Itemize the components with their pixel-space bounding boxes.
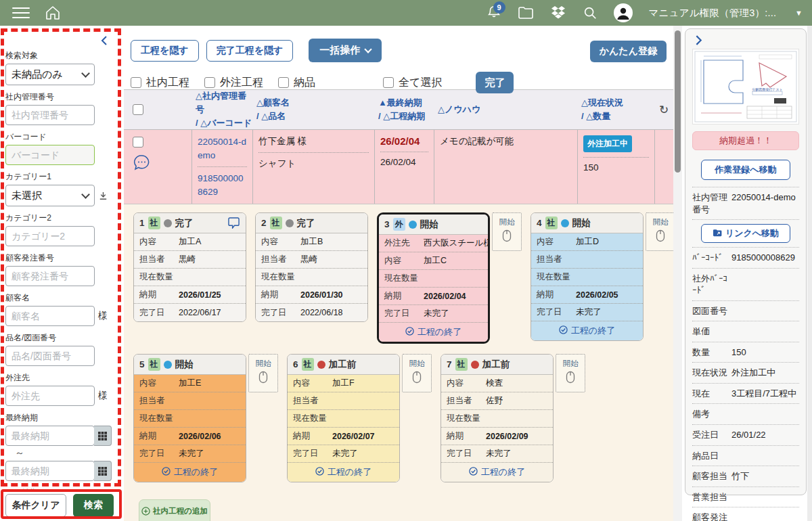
notifications-button[interactable]: 9 [487, 4, 501, 22]
home-icon[interactable] [45, 5, 61, 21]
easy-register-button[interactable]: かんたん登録 [590, 41, 667, 62]
start-process-button[interactable]: 開始 [646, 212, 673, 251]
process-card-4[interactable]: 4社開始内容加工D担当者現在数量納期2026/02/05完了日未完了工程の終了 [531, 212, 644, 341]
card-field-row: 完了日未完了 [441, 445, 553, 463]
calendar-icon[interactable] [94, 426, 112, 446]
user-menu-caret-icon[interactable]: ▼ [795, 9, 803, 17]
sidebar-collapse-icon[interactable] [99, 35, 110, 49]
card-field-label: 完了日 [537, 307, 576, 318]
end-process-link[interactable]: 工程の終了 [531, 321, 643, 340]
table-header: △社内管理番号/ △バーコード△顧客名/ △品名▲最終納期/ △工程納期△ノウハ… [124, 90, 673, 130]
filter-checkbox-item: 外注工程 [204, 76, 263, 90]
process-card-group: 4社開始内容加工D担当者現在数量納期2026/02/05完了日未完了工程の終了開… [531, 212, 673, 341]
end-process-link[interactable]: 工程の終了 [441, 463, 553, 482]
field-input-5[interactable] [5, 266, 95, 286]
row-checkbox[interactable] [133, 137, 143, 148]
table-row[interactable]: 22050014-demo 9185000008629 竹下金属 様 シャフト … [124, 130, 673, 204]
folder-icon[interactable] [518, 5, 534, 20]
card-field-value: 未完了 [332, 448, 358, 459]
card-type-badge: 外 [393, 218, 405, 231]
start-process-button[interactable]: 開始 [492, 212, 522, 251]
field-input-8[interactable] [5, 386, 95, 406]
search-button[interactable]: 検索 [73, 494, 114, 517]
row-id-link[interactable]: 22050014-demo [198, 135, 247, 167]
hide-process-button[interactable]: 工程を隠す [131, 40, 199, 62]
card-field-value: 2022/06/18 [300, 308, 343, 317]
card-field-label: 担当者 [293, 395, 332, 407]
hide-completed-button[interactable]: 完了工程を隠す [206, 40, 294, 62]
column-header[interactable]: ▲最終納期/ △工程納期 [374, 96, 434, 123]
column-header[interactable]: △顧客名/ △品名 [252, 96, 374, 123]
process-card-2[interactable]: 2社完了内容加工B担当者黒崎現在数量納期2026/01/30完了日2022/06… [255, 212, 368, 322]
process-card-1[interactable]: 1社完了内容加工A担当者黒崎現在数量納期2026/01/25完了日2022/06… [133, 212, 246, 322]
card-field-value: 加工C [424, 255, 447, 267]
user-menu-label[interactable]: マニュアル権限（管理3）:... [649, 7, 777, 20]
checkbox[interactable] [278, 77, 289, 88]
date-to-input[interactable] [5, 461, 95, 481]
column-header[interactable]: △ノウハウ [434, 103, 577, 116]
drawing-thumbnail[interactable]: 分解図面発行テスト [692, 49, 799, 124]
card-field-row: 完了日2022/06/17 [134, 304, 246, 321]
sidebar-field: 顧客名様 [5, 292, 119, 326]
card-field-value: 加工D [576, 236, 599, 248]
move-to-link-button[interactable]: リンクへ移動 [701, 224, 790, 243]
process-card-5[interactable]: 5社開始内容加工E担当者現在数量納期2026/02/06完了日未完了工程の終了 [133, 354, 246, 482]
field-input-4[interactable] [5, 226, 95, 246]
detail-row: 社内管理番号22050014-demo [692, 187, 799, 219]
field-select-0[interactable]: 未納品のみ [5, 64, 95, 85]
field-input-6[interactable] [5, 306, 95, 326]
bulk-action-button[interactable]: 一括操作 [309, 39, 382, 62]
field-input-1[interactable] [5, 105, 95, 125]
comment-bubble-icon[interactable] [227, 217, 240, 229]
card-type-badge: 社 [270, 217, 282, 229]
field-input-7[interactable] [5, 346, 95, 366]
move-to-work-register-button[interactable]: 作業登録へ移動 [701, 160, 790, 180]
start-process-button[interactable]: 開始 [248, 354, 278, 392]
date-from-input[interactable] [5, 426, 95, 446]
process-card-7[interactable]: 7社加工前内容検査担当者佐野現在数量納期2026/02/09完了日未完了工程の終… [441, 354, 554, 482]
field-input-2[interactable] [5, 145, 95, 165]
add-internal-process-button[interactable]: 社内工程の追加 [139, 499, 210, 521]
process-card-group: 6社加工前内容加工F担当者現在数量納期2026/02/07完了日未完了工程の終了… [287, 354, 432, 482]
end-process-link[interactable]: 工程の終了 [134, 463, 246, 482]
dropbox-icon[interactable] [550, 5, 566, 20]
checkbox[interactable] [131, 77, 141, 88]
complete-button[interactable]: 完了 [476, 72, 514, 93]
detail-row: ﾊﾞｰｺｰﾄﾞ9185000008629 [692, 247, 799, 268]
avatar[interactable] [614, 3, 633, 22]
window-scrollbar[interactable] [807, 26, 812, 521]
main-scrollbar[interactable] [673, 26, 682, 521]
field-select-3[interactable]: 未選択 [5, 185, 95, 206]
process-card-6[interactable]: 6社加工前内容加工F担当者現在数量納期2026/02/07完了日未完了工程の終了 [287, 354, 400, 482]
calendar-icon[interactable] [94, 461, 112, 481]
comment-bubble-icon[interactable] [133, 154, 151, 172]
main-scrollbar-thumb[interactable] [675, 30, 681, 173]
card-field-label: 現在数量 [139, 413, 179, 424]
card-header: 7社加工前 [441, 355, 553, 375]
start-process-button[interactable]: 開始 [556, 354, 585, 392]
card-field-label: 現在数量 [384, 273, 424, 284]
download-arrow-icon[interactable] [98, 191, 108, 201]
sidebar-field: 社内管理番号 [5, 91, 119, 125]
detail-label: 社内管理番号 [692, 191, 731, 215]
select-all-checkbox[interactable] [383, 77, 394, 88]
process-card-3[interactable]: 3外開始外注先西大阪スチール様内容加工C現在数量納期2026/02/04完了日未… [377, 212, 490, 344]
checkbox-label: 納品 [294, 76, 315, 90]
menu-icon[interactable] [12, 7, 30, 18]
clear-conditions-button[interactable]: 条件クリア [5, 494, 66, 517]
card-header: 5社開始 [134, 355, 246, 375]
card-field-row: 完了日未完了 [134, 445, 246, 463]
row-barcode-link[interactable]: 9185000008629 [198, 172, 247, 198]
column-header[interactable]: △社内管理番号/ △バーコード [191, 89, 252, 130]
select-value: 未選択 [12, 189, 42, 202]
end-process-link[interactable]: 工程の終了 [288, 463, 399, 482]
column-header[interactable]: △現在状況/ △数量 [577, 96, 654, 123]
toolbar: 工程を隠す 完了工程を隠す 一括操作 かんたん登録 社内工程外注工程納品全て選択… [124, 26, 673, 90]
search-icon[interactable] [583, 5, 597, 20]
start-process-button[interactable]: 開始 [402, 354, 432, 392]
panel-expand-icon[interactable] [692, 35, 704, 46]
end-process-link[interactable]: 工程の終了 [379, 323, 488, 342]
checkbox[interactable] [204, 77, 215, 88]
refresh-icon[interactable]: ↻ [659, 104, 669, 116]
select-all-checkbox[interactable] [133, 104, 143, 115]
